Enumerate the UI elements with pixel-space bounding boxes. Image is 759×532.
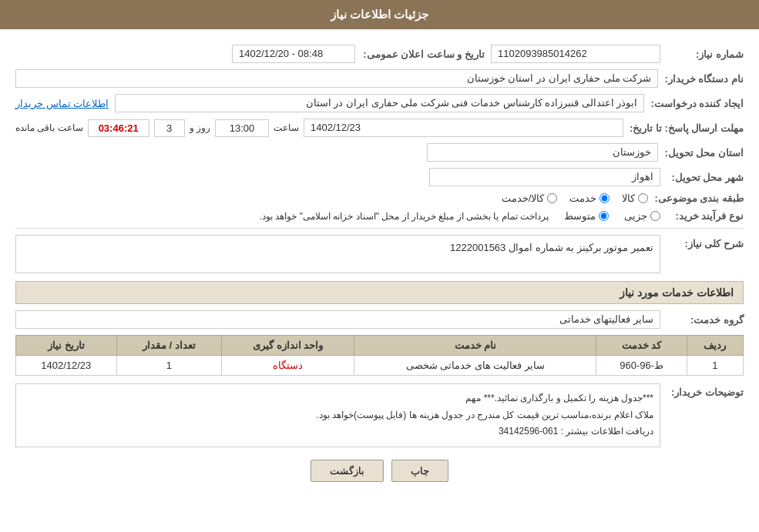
cell-date: 1402/12/23 [16,356,117,376]
buyer-notes-value: ***جدول هزینه را تکمیل و بارگذاری نمائید… [15,383,660,447]
deadline-time-label: ساعت [274,122,299,133]
radio-khedmat[interactable] [599,193,610,203]
radio-jozi[interactable] [650,211,660,221]
cell-quantity: 1 [116,356,222,376]
service-group-label: گروه خدمت: [667,314,744,326]
row-buyer-org: نام دستگاه خریدار: شرکت ملی حفاری ایران … [15,69,744,88]
back-button[interactable]: بازگشت [311,460,384,482]
services-table: ردیف کد خدمت نام خدمت واحد اندازه گیری ت… [15,335,744,376]
service-group-value: سایر فعالیتهای خدماتی [15,310,660,329]
radio-khedmat-label: خدمت [569,192,596,204]
row-need-number: شماره نیاز: 1102093985014262 تاریخ و ساع… [15,45,744,63]
radio-mutavasset[interactable] [599,211,609,221]
remaining-days: 3 [154,119,185,137]
deadline-label: مهلت ارسال پاسخ: تا تاریخ: [630,122,744,134]
creator-label: ایجاد کننده درخواست: [650,98,744,109]
category-radio-group: کالا خدمت کالا/خدمت [502,192,649,204]
radio-mutavasset-label: متوسط [564,210,596,222]
cell-code: ط-96-960 [596,356,687,376]
announce-value: 1402/12/20 - 08:48 [232,45,355,63]
radio-kala-label: کالا [622,192,635,204]
divider-1 [15,228,744,229]
process-option-mutavasset: متوسط [564,210,609,222]
description-value: تعمیر موتور برکینز به شماره اموال 122200… [15,235,660,273]
page-title: جزئیات اطلاعات نیاز [0,0,759,29]
category-option-khedmat: خدمت [569,192,610,204]
process-label: نوع فرآیند خرید: [667,210,744,222]
buyer-notes-line2: ملاک اعلام برنده،مناسب ترین قیمت کل مندر… [22,407,653,424]
announce-label: تاریخ و ساعت اعلان عمومی: [361,49,485,60]
city-label: شهر محل تحویل: [667,172,744,183]
print-button[interactable]: چاپ [391,460,448,482]
remaining-days-label: روز و [190,122,210,133]
contact-link[interactable]: اطلاعات تماس خریدار [15,98,109,109]
row-province: استان محل تحویل: خوزستان [15,143,744,162]
deadline-datetime: 1402/12/23 ساعت 13:00 روز و 3 03:46:21 س… [15,119,623,137]
row-buyer-notes: توضیحات خریدار: ***جدول هزینه را تکمیل و… [15,383,744,447]
row-deadline: مهلت ارسال پاسخ: تا تاریخ: 1402/12/23 سا… [15,119,744,137]
content-area: شماره نیاز: 1102093985014262 تاریخ و ساع… [0,41,759,486]
process-group: جزیی متوسط پرداخت تمام یا بخشی از مبلغ خ… [260,210,660,222]
cell-unit: دستگاه [222,356,354,376]
services-section-title: اطلاعات خدمات مورد نیاز [15,281,744,304]
radio-kala-khedmat-label: کالا/خدمت [502,192,545,204]
radio-kala[interactable] [638,193,648,203]
category-option-kala: کالا [622,192,648,204]
col-code: کد خدمت [596,336,687,356]
buyer-notes-label: توضیحات خریدار: [667,383,744,398]
description-label: شرح کلی نیاز: [667,235,744,249]
radio-jozi-label: جزیی [624,210,647,222]
city-value: اهواز [429,168,660,186]
row-description: شرح کلی نیاز: تعمیر موتور برکینز به شمار… [15,235,744,273]
table-row: 1 ط-96-960 سایر فعالیت های خدماتی شخصی د… [16,356,744,376]
buyer-org-label: نام دستگاه خریدار: [664,73,744,85]
process-option-jozi: جزیی [624,210,660,222]
row-city: شهر محل تحویل: اهواز [15,168,744,186]
need-number-label: شماره نیاز: [667,49,744,60]
col-quantity: تعداد / مقدار [116,336,222,356]
deadline-time: 13:00 [215,119,269,137]
buyer-org-value: شرکت ملی حفاری ایران در استان خوزستان [15,69,658,88]
col-row: ردیف [687,336,743,356]
category-option-kala-khedmat: کالا/خدمت [502,192,558,204]
buyer-notes-line1: ***جدول هزینه را تکمیل و بارگذاری نمائید… [22,390,653,407]
col-unit: واحد اندازه گیری [222,336,354,356]
category-label: طبقه بندی موضوعی: [654,192,744,204]
cell-row: 1 [687,356,743,376]
row-category: طبقه بندی موضوعی: کالا خدمت کالا/خدمت [15,192,744,204]
province-value: خوزستان [427,143,658,162]
province-label: استان محل تحویل: [664,147,744,159]
col-name: نام خدمت [354,336,596,356]
row-process: نوع فرآیند خرید: جزیی متوسط پرداخت تمام … [15,210,744,222]
row-service-group: گروه خدمت: سایر فعالیتهای خدماتی [15,310,744,329]
creator-value: ابوذر اعتدالی قنبرزاده کارشناس خدمات فنی… [115,94,644,112]
deadline-date: 1402/12/23 [304,119,623,137]
need-number-value: 1102093985014262 [491,45,660,63]
cell-name: سایر فعالیت های خدماتی شخصی [354,356,596,376]
col-date: تاریخ نیاز [16,336,117,356]
row-creator: ایجاد کننده درخواست: ابوذر اعتدالی قنبرز… [15,94,744,112]
button-row: چاپ بازگشت [15,460,744,482]
remaining-time: 03:46:21 [88,119,149,137]
buyer-notes-line3: دریافت اطلاعات بیشتر : 061-34142596 [22,423,653,440]
remaining-time-label: ساعت باقی مانده [15,122,83,133]
radio-kala-khedmat[interactable] [547,193,557,203]
page-container: جزئیات اطلاعات نیاز شماره نیاز: 11020939… [0,0,759,532]
process-note: پرداخت تمام یا بخشی از مبلغ خریدار از مح… [260,211,549,222]
